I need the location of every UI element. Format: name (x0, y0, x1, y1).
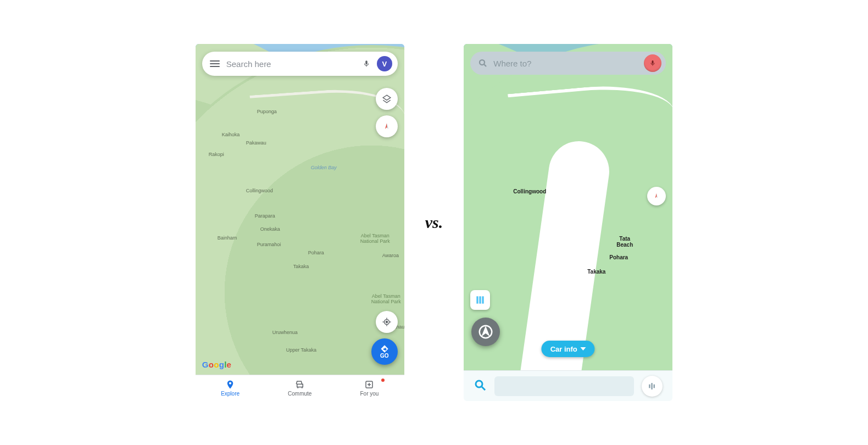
explore-icon (225, 380, 235, 390)
svg-line-22 (482, 387, 485, 390)
recenter-icon (477, 324, 494, 340)
bottom-tab-bar: Explore Commute For you (196, 375, 404, 401)
svg-marker-13 (656, 193, 658, 198)
tab-for-you[interactable]: For you (335, 375, 404, 401)
map-icon (475, 294, 486, 305)
search-bar[interactable]: Search here V (202, 52, 398, 76)
svg-marker-1 (385, 123, 387, 129)
my-location-button[interactable] (376, 311, 398, 333)
svg-point-4 (386, 321, 387, 323)
bottom-bar-spacer (494, 376, 634, 396)
microphone-icon (649, 59, 656, 68)
go-label: GO (380, 353, 389, 359)
waze-screenshot: Collingwood Tata Beach Pohara Takaka Car… (464, 44, 672, 401)
svg-rect-25 (654, 384, 655, 388)
sound-icon (647, 381, 658, 392)
directions-icon (380, 344, 389, 353)
tab-label: Commute (288, 391, 311, 397)
search-button[interactable] (474, 379, 487, 394)
hamburger-menu-icon[interactable] (210, 60, 220, 67)
tab-label: Explore (221, 391, 240, 397)
notification-dot (381, 379, 385, 382)
voice-search-button[interactable] (644, 54, 661, 72)
vs-label: vs. (425, 213, 443, 232)
svg-rect-24 (652, 383, 653, 390)
recenter-button[interactable] (471, 318, 500, 346)
bottom-bar (464, 370, 672, 401)
google-logo: Google (202, 360, 232, 369)
tab-label: For you (360, 391, 379, 397)
car-info-button[interactable]: Car info (542, 341, 595, 357)
commute-icon (295, 380, 305, 390)
svg-point-21 (476, 381, 482, 387)
account-avatar[interactable]: V (377, 56, 392, 71)
sound-button[interactable] (642, 376, 663, 397)
svg-marker-12 (655, 193, 656, 198)
go-directions-button[interactable]: GO (371, 338, 398, 365)
compass-button[interactable] (647, 187, 666, 205)
microphone-icon[interactable] (363, 58, 370, 69)
search-placeholder: Search here (226, 59, 356, 69)
svg-marker-0 (383, 95, 391, 100)
waze-map-canvas[interactable]: Collingwood Tata Beach Pohara Takaka Car… (464, 44, 672, 370)
tab-explore[interactable]: Explore (196, 375, 265, 401)
svg-rect-16 (482, 296, 484, 303)
map-mode-button[interactable] (470, 290, 490, 310)
search-placeholder: Where to? (493, 59, 638, 68)
search-icon (478, 58, 488, 68)
svg-rect-15 (480, 296, 481, 303)
layers-button[interactable] (376, 88, 398, 110)
car-info-label: Car info (550, 345, 577, 353)
search-icon (474, 379, 487, 392)
compass-button[interactable] (376, 115, 398, 137)
for-you-icon (364, 380, 374, 390)
svg-marker-18 (483, 328, 488, 335)
google-maps-map-canvas[interactable]: Golden Bay Puponga Kaihoka Pakawau Rakop… (196, 44, 404, 375)
svg-point-19 (480, 60, 485, 65)
svg-rect-23 (649, 384, 650, 388)
svg-line-20 (485, 64, 487, 66)
search-bar[interactable]: Where to? (470, 52, 666, 75)
tab-commute[interactable]: Commute (265, 375, 335, 401)
svg-marker-2 (387, 123, 388, 129)
google-maps-screenshot: Golden Bay Puponga Kaihoka Pakawau Rakop… (196, 44, 404, 401)
svg-rect-14 (477, 296, 478, 303)
chevron-down-icon (581, 347, 586, 351)
